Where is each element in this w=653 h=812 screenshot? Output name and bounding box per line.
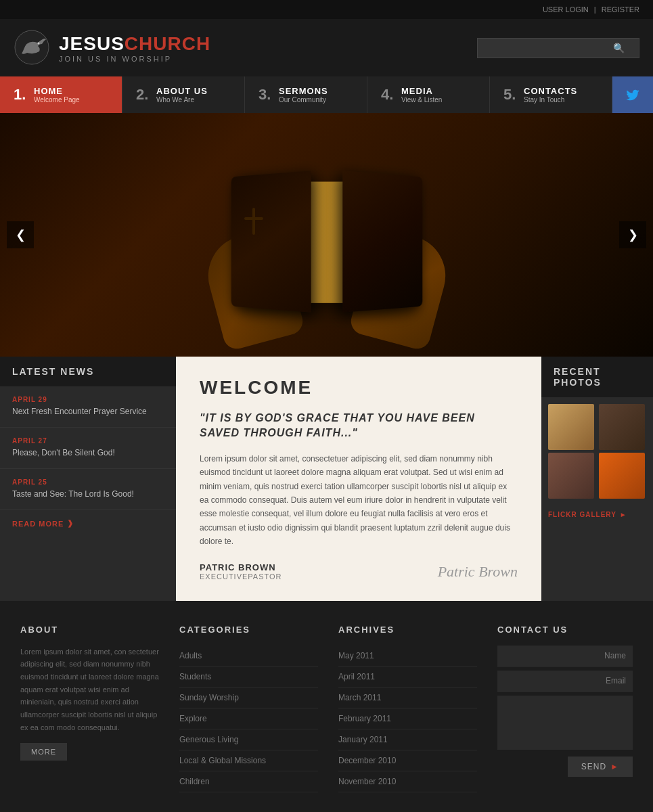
footer-about-col: ABOUT Lorem ipsum dolor sit amet, con se… [20,625,159,792]
read-more-arrow-icon: ❱ [67,519,74,528]
footer-contact-col: CONTACT US SEND ► [497,625,633,792]
welcome-quote: "It is by God's grace that you have been… [200,411,518,441]
category-item-students[interactable]: Students [179,667,318,687]
news-title-3: Taste and See: The Lord Is Good! [12,489,164,500]
nav-sub-home: Welcome Page [34,96,80,104]
news-date-3: APRIL 25 [12,478,164,486]
archive-apr2011[interactable]: April 2011 [338,667,477,687]
latest-news-section: LATEST NEWS APRIL 29 Next Fresh Encounte… [0,357,176,601]
archive-dec2010[interactable]: December 2010 [338,750,477,771]
news-title-2: Please, Don't Be Silent God! [12,447,164,459]
top-bar: USER LOGIN | REGISTER [0,0,653,19]
photos-grid [541,397,653,505]
nav-num-contacts: 5. [503,86,517,104]
pastor-signature: Patric Brown [438,563,518,581]
archive-mar2011[interactable]: March 2011 [338,687,477,708]
archive-may2011[interactable]: May 2011 [338,646,477,667]
news-date-1: APRIL 29 [12,396,164,403]
category-item-children[interactable]: Children [179,771,318,792]
search-bar[interactable]: 🔍 [477,38,639,58]
footer-archives-title: ARCHIVES [338,625,477,635]
pastor-name: PATRIC BROWN [200,562,282,572]
dove-icon [14,29,51,66]
send-button[interactable]: SEND ► [568,757,633,777]
pastor-info: PATRIC BROWN EXECUTIVEPASTOR Patric Brow… [200,562,518,581]
user-login-link[interactable]: USER LOGIN [543,5,589,14]
nav-sub-about: Who We Are [156,96,208,104]
separator: | [594,5,596,14]
send-button-label: SEND [581,762,606,771]
flickr-link-text: FLICKR GALLERY [548,511,616,518]
recent-photos-section: RECENT PHOTOS FLICKR GALLERY ► [541,357,653,601]
nav-twitter-button[interactable] [612,76,653,113]
search-input[interactable] [485,43,613,53]
nav-title-about: ABOUT US [156,86,208,96]
category-item-adults[interactable]: Adults [179,646,318,667]
search-button[interactable]: 🔍 [613,43,625,53]
pastor-title: EXECUTIVEPASTOR [200,572,282,581]
nav-title-contacts: CONTACTS [524,86,577,96]
news-title-1: Next Fresh Encounter Prayer Service [12,406,164,418]
nav-num-media: 4. [381,86,395,104]
latest-news-header: LATEST NEWS [0,357,176,386]
news-date-2: APRIL 27 [12,437,164,445]
category-item-explore[interactable]: Explore [179,708,318,729]
category-item-generous[interactable]: Generous Living [179,729,318,750]
news-item-3[interactable]: APRIL 25 Taste and See: The Lord Is Good… [0,469,176,510]
svg-point-1 [38,43,40,45]
read-more-link[interactable]: READ MORE ❱ [0,510,176,537]
logo-name: JESUSCHURCH [59,33,210,55]
categories-list: Adults Students Sunday Worship Explore G… [179,646,318,792]
category-item-sunday[interactable]: Sunday Worship [179,687,318,708]
slider-prev-button[interactable]: ❮ [7,221,34,248]
contact-name-input[interactable] [497,646,633,667]
photo-thumb-2[interactable] [599,404,645,450]
flickr-arrow-icon: ► [620,511,627,518]
contact-form: SEND ► [497,646,633,752]
navigation: 1. HOME Welcome Page 2. ABOUT US Who We … [0,76,653,113]
slider-background [0,113,653,357]
footer-archives-col: ARCHIVES May 2011 April 2011 March 2011 … [338,625,477,792]
header: JESUSCHURCH JOIN US IN WORSHIP 🔍 [0,19,653,76]
flickr-gallery-link[interactable]: FLICKR GALLERY ► [541,505,653,524]
archives-list: May 2011 April 2011 March 2011 February … [338,646,477,792]
twitter-icon [625,87,640,102]
footer-categories-title: CATEGORIES [179,625,318,635]
nav-item-contacts[interactable]: 5. CONTACTS Stay In Touch [490,76,612,113]
nav-title-sermons: SERMONS [279,86,328,96]
nav-title-media: MEDIA [401,86,442,96]
photo-thumb-3[interactable] [548,453,594,499]
nav-item-about[interactable]: 2. ABOUT US Who We Are [122,76,245,113]
main-welcome-section: WELCOME "It is by God's grace that you h… [176,357,541,601]
footer-about-text: Lorem ipsum dolor sit amet, con sectetue… [20,646,159,734]
nav-num-about: 2. [136,86,150,104]
nav-title-home: HOME [34,86,80,96]
nav-item-sermons[interactable]: 3. SERMONS Our Community [245,76,367,113]
category-item-missions[interactable]: Local & Global Missions [179,750,318,771]
recent-photos-header: RECENT PHOTOS [541,357,653,397]
footer-contact-title: CONTACT US [497,625,633,635]
logo-text: JESUSCHURCH JOIN US IN WORSHIP [59,33,210,63]
register-link[interactable]: REGISTER [602,5,639,14]
nav-num-sermons: 3. [258,86,272,104]
photo-thumb-1[interactable] [548,404,594,450]
logo[interactable]: JESUSCHURCH JOIN US IN WORSHIP [14,29,210,66]
contact-email-input[interactable] [497,671,633,692]
news-item-2[interactable]: APRIL 27 Please, Don't Be Silent God! [0,428,176,469]
send-arrow-icon: ► [610,762,619,771]
archive-feb2011[interactable]: February 2011 [338,708,477,729]
photo-thumb-4[interactable] [599,453,645,499]
content-area: LATEST NEWS APRIL 29 Next Fresh Encounte… [0,357,653,601]
read-more-text: READ MORE [12,520,64,528]
nav-item-home[interactable]: 1. HOME Welcome Page [0,76,122,113]
contact-message-textarea[interactable] [497,696,633,750]
archive-nov2010[interactable]: November 2010 [338,771,477,792]
slider-next-button[interactable]: ❯ [619,221,646,248]
archive-jan2011[interactable]: January 2011 [338,729,477,750]
news-item-1[interactable]: APRIL 29 Next Fresh Encounter Prayer Ser… [0,386,176,428]
welcome-title: WELCOME [200,377,518,399]
footer-categories-col: CATEGORIES Adults Students Sunday Worshi… [179,625,318,792]
nav-sub-media: View & Listen [401,96,442,104]
more-button[interactable]: MORE [20,743,67,761]
nav-item-media[interactable]: 4. MEDIA View & Listen [367,76,490,113]
